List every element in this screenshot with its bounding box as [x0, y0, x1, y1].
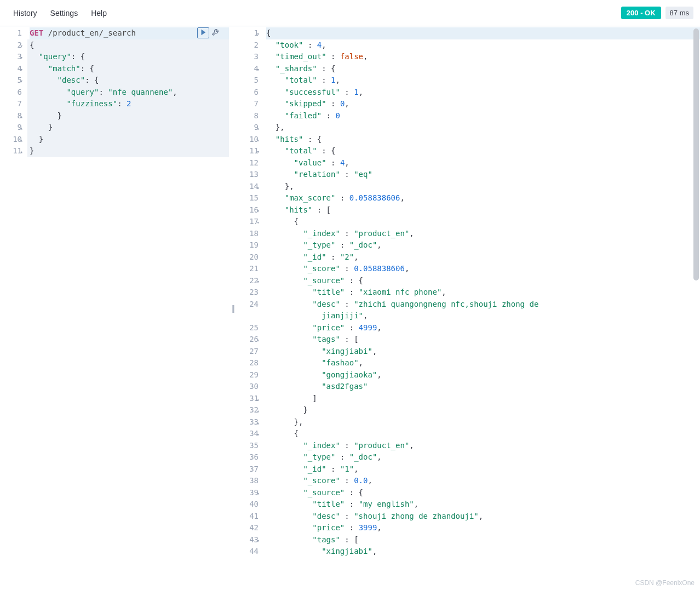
fold-icon[interactable]: ▾ — [20, 76, 23, 88]
code-line[interactable]: "_source" : { — [266, 275, 700, 287]
gutter-line: 38 — [237, 475, 259, 487]
fold-icon[interactable]: ▾ — [257, 205, 260, 217]
gutter-line: 11▴ — [0, 145, 22, 157]
code-line[interactable]: "title" : "my english", — [266, 499, 700, 511]
fold-icon[interactable]: ▾ — [257, 535, 260, 547]
code-line[interactable]: "tags" : [ — [266, 334, 700, 346]
code-line[interactable]: } — [30, 145, 229, 157]
scrollbar-thumb[interactable] — [693, 28, 699, 280]
gutter-line: 42 — [237, 522, 259, 534]
fold-icon[interactable]: ▾ — [257, 217, 260, 229]
gutter-line: 22▾ — [237, 275, 259, 287]
gutter-line: 4▾ — [237, 63, 259, 75]
gutter-line: 40 — [237, 499, 259, 511]
code-line[interactable]: } — [30, 122, 229, 134]
code-line[interactable]: "total" : { — [266, 145, 700, 157]
fold-icon[interactable]: ▾ — [20, 52, 23, 64]
code-line[interactable]: }, — [266, 416, 700, 428]
fold-icon[interactable]: ▴ — [257, 394, 260, 406]
gutter-line: 1▾ — [237, 27, 259, 39]
fold-icon[interactable]: ▴ — [257, 182, 260, 194]
code-line[interactable]: "_score" : 0.0, — [266, 475, 700, 487]
code-line[interactable]: ] — [266, 393, 700, 405]
scrollbar-track[interactable] — [692, 26, 700, 590]
code-line[interactable]: "title" : "xiaomi nfc phone", — [266, 287, 700, 299]
code-line[interactable]: "_shards" : { — [266, 63, 700, 75]
gutter-line: 5 — [237, 75, 259, 87]
code-line[interactable]: "tags" : [ — [266, 534, 700, 546]
gutter-line: 6 — [0, 87, 22, 99]
code-line[interactable]: "_source" : { — [266, 487, 700, 499]
code-line[interactable]: "fuzziness": 2 — [30, 98, 229, 110]
settings-menu[interactable]: Settings — [44, 4, 85, 22]
code-line[interactable]: "query": "nfe quannene", — [30, 87, 229, 99]
code-line[interactable]: "max_score" : 0.058838606, — [266, 192, 700, 204]
fold-icon[interactable]: ▴ — [20, 123, 23, 135]
code-line[interactable]: "skipped" : 0, — [266, 98, 700, 110]
gutter-line: 25 — [237, 322, 259, 334]
gutter-line: 3▾ — [0, 51, 22, 63]
code-line[interactable]: "price" : 3999, — [266, 522, 700, 534]
code-line[interactable]: "_index" : "product_en", — [266, 228, 700, 240]
wrench-button[interactable] — [209, 27, 221, 38]
code-line[interactable]: "timed_out" : false, — [266, 51, 700, 63]
code-line[interactable]: "query": { — [30, 51, 229, 63]
pane-resize-handle[interactable]: || — [229, 26, 237, 590]
code-line[interactable]: { — [266, 428, 700, 440]
code-line[interactable]: "hits" : [ — [266, 204, 700, 216]
code-line[interactable]: "fashao", — [266, 357, 700, 369]
code-line[interactable]: "hits" : { — [266, 134, 700, 146]
code-line[interactable]: "_id" : "1", — [266, 463, 700, 476]
code-line[interactable]: "_score" : 0.058838606, — [266, 263, 700, 275]
fold-icon[interactable]: ▴ — [20, 146, 23, 158]
fold-icon[interactable]: ▾ — [257, 135, 260, 147]
fold-icon[interactable]: ▾ — [257, 488, 260, 500]
help-menu[interactable]: Help — [84, 4, 113, 22]
code-line[interactable]: "total" : 1, — [266, 75, 700, 87]
code-line[interactable]: "desc" : "zhichi quangongneng nfc,shouji… — [266, 299, 700, 322]
code-line[interactable]: "took" : 4, — [266, 39, 700, 51]
history-menu[interactable]: History — [7, 4, 44, 22]
fold-icon[interactable]: ▾ — [20, 41, 23, 53]
code-line[interactable]: "match": { — [30, 63, 229, 75]
code-line[interactable]: "gongjiaoka", — [266, 369, 700, 381]
fold-icon[interactable]: ▴ — [20, 111, 23, 123]
fold-icon[interactable]: ▾ — [257, 276, 260, 288]
code-line[interactable]: "value" : 4, — [266, 157, 700, 169]
code-line[interactable]: "_id" : "2", — [266, 251, 700, 264]
code-line[interactable]: "desc": { — [30, 75, 229, 87]
fold-icon[interactable]: ▾ — [257, 146, 260, 158]
fold-icon[interactable]: ▾ — [257, 429, 260, 441]
request-editor[interactable]: 12▾3▾4▾5▾678▴9▴10▴11▴ GET /product_en/_s… — [0, 26, 229, 590]
code-line[interactable]: "xingjiabi", — [266, 546, 700, 558]
code-line[interactable]: "_index" : "product_en", — [266, 440, 700, 452]
code-line[interactable]: "asd2fgas" — [266, 381, 700, 393]
fold-icon[interactable]: ▴ — [257, 417, 260, 429]
fold-icon[interactable]: ▴ — [257, 405, 260, 417]
fold-icon[interactable]: ▾ — [20, 64, 23, 76]
fold-icon[interactable]: ▴ — [20, 135, 23, 147]
fold-icon[interactable]: ▾ — [257, 335, 260, 347]
code-line[interactable]: "failed" : 0 — [266, 110, 700, 122]
fold-icon[interactable]: ▾ — [257, 64, 260, 76]
code-line[interactable]: { — [30, 39, 229, 51]
code-line[interactable]: }, — [266, 181, 700, 193]
code-line[interactable]: "desc" : "shouji zhong de zhandouji", — [266, 511, 700, 523]
fold-icon[interactable]: ▾ — [257, 28, 260, 41]
code-line[interactable]: "successful" : 1, — [266, 87, 700, 99]
code-line[interactable]: { — [266, 27, 700, 39]
code-line[interactable]: "price" : 4999, — [266, 322, 700, 334]
run-button[interactable] — [197, 27, 209, 38]
code-line[interactable]: { — [266, 216, 700, 228]
code-line[interactable]: } — [30, 110, 229, 122]
response-editor[interactable]: 1▾234▾56789▴10▾11▾121314▴1516▾17▾1819202… — [237, 26, 700, 590]
code-line[interactable]: } — [266, 404, 700, 416]
code-line[interactable]: } — [30, 134, 229, 146]
code-line[interactable]: "relation" : "eq" — [266, 169, 700, 181]
fold-icon[interactable]: ▴ — [257, 123, 260, 135]
code-line[interactable]: }, — [266, 122, 700, 134]
code-line[interactable]: "xingjiabi", — [266, 346, 700, 358]
wrench-icon — [211, 28, 219, 38]
code-line[interactable]: "_type" : "_doc", — [266, 451, 700, 463]
code-line[interactable]: "_type" : "_doc", — [266, 239, 700, 251]
